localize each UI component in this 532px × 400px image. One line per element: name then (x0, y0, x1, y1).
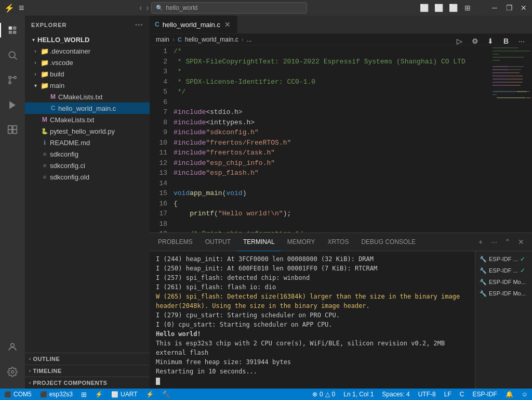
status-language[interactable]: C (456, 389, 469, 400)
editor-run-button[interactable]: ▷ (453, 35, 466, 47)
memory-tab[interactable]: MEMORY (281, 233, 322, 251)
menu-toggle-button[interactable]: ≡ (19, 3, 24, 14)
terminal-side-item-1[interactable]: 🔧 ESP-IDF ... ✓ (475, 253, 532, 265)
xrtos-tab[interactable]: XRTOS (322, 233, 355, 251)
tab-close-button[interactable]: ✕ (223, 20, 232, 29)
status-spaces[interactable]: Spaces: 4 (378, 389, 414, 400)
terminal-line-3: I (257) spi_flash: detected chip: winbon… (156, 273, 469, 282)
terminal-content[interactable]: I (244) heap_init: At 3FCF0000 len 00008… (150, 251, 475, 389)
status-encoding[interactable]: UTF-8 (414, 389, 440, 400)
sdkconfig-file[interactable]: › ≡ sdkconfig (25, 148, 150, 160)
sdkconfig-old-file[interactable]: › ≡ sdkconfig.old (25, 171, 150, 183)
readme-file[interactable]: › ℹ README.md (25, 137, 150, 148)
memory-tab-label: MEMORY (287, 238, 315, 246)
layout1-button[interactable]: ⬜ (420, 4, 428, 12)
project-components-header[interactable]: › PROJECT COMPONENTS (25, 377, 150, 389)
status-feedback[interactable]: ☺ (517, 389, 532, 400)
terminal-line-6: I (279) cpu_start: Starting scheduler on… (156, 311, 469, 320)
root-cmakelists-file[interactable]: › M CMakeLists.txt (25, 114, 150, 125)
svg-rect-24 (493, 69, 508, 70)
search-bar[interactable]: 🔍 hello_world (151, 2, 307, 14)
main-folder[interactable]: ▾ 📁 main (25, 80, 150, 91)
project-root-folder[interactable]: ▾ HELLO_WORLD (25, 34, 150, 45)
status-build[interactable]: 🔨 (158, 389, 174, 400)
source-control-activity-button[interactable] (0, 68, 25, 93)
outline-header[interactable]: › OUTLINE (25, 353, 150, 365)
terminal-tab[interactable]: TERMINAL (237, 233, 281, 251)
status-com5[interactable]: ⬛ COM5 (0, 389, 36, 400)
terminal-line-5: W (265) spi_flash: Detected size(16384k)… (156, 292, 469, 311)
project-components-chevron-icon: › (29, 380, 31, 385)
settings-activity-button[interactable] (0, 359, 25, 384)
editor-download-button[interactable]: ⬇ (484, 35, 497, 47)
search-activity-button[interactable] (0, 43, 25, 68)
devcontainer-folder[interactable]: › 📁 .devcontainer (25, 45, 150, 57)
status-position[interactable]: Ln 1, Col 1 (339, 389, 378, 400)
status-bell[interactable]: 🔔 (501, 389, 517, 400)
terminal-side-item-4[interactable]: 🔧 ESP-IDF Mo... (475, 288, 532, 299)
accounts-activity-button[interactable] (0, 334, 25, 359)
errors-icon: ⊗ (312, 391, 317, 398)
main-cmakelists-label: CMakeLists.txt (58, 93, 150, 101)
pytest-file[interactable]: › 🐍 pytest_hello_world.py (25, 125, 150, 137)
breadcrumb-ellipsis[interactable]: ... (247, 36, 252, 43)
debug-console-tab[interactable]: DEBUG CONSOLE (355, 233, 422, 251)
terminal-collapse-button[interactable]: ⌃ (503, 237, 512, 247)
sdkconfig-label: sdkconfig (50, 150, 150, 158)
terminal-side-label-4: ESP-IDF Mo... (489, 290, 526, 296)
status-com5-text: COM5 (14, 391, 32, 398)
hello-world-c-file[interactable]: › C hello_world_main.c (25, 102, 150, 114)
sdkconfig-ci-file[interactable]: › ≡ sdkconfig.ci (25, 160, 150, 171)
title-bar-right: ⬜ ⬜ ⬜ ⊞ ─ ❐ ✕ (420, 4, 528, 12)
terminal-side-item-2[interactable]: 🔧 ESP-IDF ... ✓ (475, 265, 532, 276)
status-eol-text: LF (444, 391, 451, 398)
code-editor[interactable]: 12345 678910 1112131415 1617181920 /* * … (150, 45, 532, 233)
editor-bold-button[interactable]: B (500, 35, 512, 47)
terminal-more-button[interactable]: ··· (489, 237, 499, 247)
status-uart-text: UART (121, 391, 137, 398)
info-icon: ℹ (39, 139, 50, 146)
breadcrumb-file[interactable]: hello_world_main.c (185, 36, 238, 43)
layout2-button[interactable]: ⬜ (434, 4, 443, 12)
flash-icon: ⚡ (95, 391, 103, 398)
restore-button[interactable]: ❐ (505, 4, 513, 12)
minimize-button[interactable]: ─ (490, 4, 499, 12)
svg-rect-40 (497, 97, 525, 98)
terminal-close-button[interactable]: ✕ (516, 237, 526, 247)
status-flash[interactable]: ⚡ (91, 389, 107, 400)
vscode-folder[interactable]: › 📁 .vscode (25, 57, 150, 68)
status-config1[interactable]: ⊞ (77, 389, 91, 400)
status-esp-idf[interactable]: ESP-IDF (468, 389, 501, 400)
terminal-add-button[interactable]: + (476, 237, 485, 247)
sidebar-menu-button[interactable]: ··· (135, 20, 143, 30)
editor-more-button[interactable]: ··· (515, 35, 528, 47)
build-chevron-icon: › (31, 71, 39, 77)
problems-tab[interactable]: PROBLEMS (152, 233, 199, 251)
run-debug-activity-button[interactable] (0, 93, 25, 118)
status-eol[interactable]: LF (440, 389, 456, 400)
terminal-line-10: Minimum free heap size: 391944 bytes (156, 357, 469, 367)
layout4-button[interactable]: ⊞ (463, 4, 472, 12)
editor-settings-button[interactable]: ⚙ (469, 35, 481, 47)
explorer-activity-button[interactable] (0, 18, 25, 43)
layout3-button[interactable]: ⬜ (449, 4, 457, 12)
close-window-button[interactable]: ✕ (520, 4, 528, 12)
forward-button[interactable]: › (144, 3, 151, 12)
status-chip[interactable]: ⬛ esp32s3 (36, 389, 77, 400)
breadcrumb-main[interactable]: main (156, 36, 169, 43)
terminal-side-item-3[interactable]: 🔧 ESP-IDF Mo... (475, 276, 532, 288)
back-button[interactable]: ‹ (137, 3, 144, 12)
status-uart[interactable]: ⬜ UART (107, 389, 141, 400)
extensions-activity-button[interactable] (0, 118, 25, 143)
status-openocd[interactable]: ⚡ (142, 389, 158, 400)
hello-world-tab[interactable]: C hello_world_main.c ✕ (150, 16, 237, 33)
line-numbers: 12345 678910 1112131415 1617181920 (150, 45, 171, 233)
status-errors[interactable]: ⊗ 0 △ 0 (308, 389, 339, 400)
output-tab[interactable]: OUTPUT (199, 233, 237, 251)
code-content[interactable]: /* * SPDX-FileCopyrightText: 2010-2022 E… (171, 45, 490, 233)
terminal-tab-label: TERMINAL (243, 238, 275, 246)
build-folder[interactable]: › 📁 build (25, 68, 150, 80)
timeline-label: TIMELINE (33, 368, 62, 374)
timeline-header[interactable]: › TIMELINE (25, 365, 150, 377)
main-cmakelists-file[interactable]: › M CMakeLists.txt (25, 91, 150, 102)
